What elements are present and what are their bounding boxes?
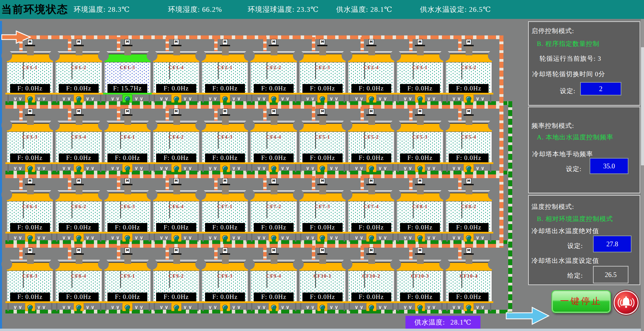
cooling-tower-CF1-1[interactable]: M CF1-1 F: 0.0Hz ∨∨ ∨∨ [7, 35, 53, 105]
cooling-tower-CF8-3[interactable]: M CF8-3 F: 0.0Hz ∨∨ ∨∨ [7, 244, 53, 313]
cooling-tower-CF10-3[interactable]: M CF10-3 F: 0.0Hz ∨∨ ∨∨ [397, 244, 443, 313]
left-border-strip [0, 21, 2, 329]
cooling-tower-CF1-3[interactable]: M CF1-3 F: 15.7Hz ∨∨ ∨∨ [104, 35, 151, 105]
cooling-tower-CF3-2[interactable]: M CF3-2 F: 0.0Hz ∨∨ ∨∨ [446, 35, 492, 105]
return-stub-pipe [126, 101, 129, 105]
cooling-tower-CF9-4[interactable]: M CF9-4 F: 0.0Hz ∨∨ ∨∨ [250, 244, 297, 313]
cooling-tower-CF7-1[interactable]: M CF7-1 F: 0.0Hz ∨∨ ∨∨ [202, 174, 248, 244]
supply-stub-pipe [19, 176, 23, 192]
set-label: 设定: [560, 87, 575, 95]
cooling-tower-CF2-2[interactable]: M CF2-2 F: 0.0Hz ∨∨ ∨∨ [250, 35, 297, 105]
tower-label: CF8-3 [8, 273, 52, 279]
supply-stub-pipe [68, 107, 71, 122]
cooling-tower-CF4-3[interactable]: M CF4-3 F: 0.0Hz ∨∨ ∨∨ [202, 105, 248, 174]
tower-body: CF10-2 F: 0.0Hz [348, 271, 394, 301]
cooling-tower-CF7-3[interactable]: M CF7-3 F: 0.0Hz ∨∨ ∨∨ [299, 174, 346, 244]
tower-body: CF5-2 F: 0.0Hz [348, 132, 394, 162]
spray-icon: ∨∨ [208, 165, 218, 171]
cooling-tower-CF1-2[interactable]: M CF1-2 F: 0.0Hz ∨∨ ∨∨ [55, 35, 102, 105]
reading-label: 环境温度: [74, 5, 106, 13]
fan-motor-icon: M [222, 109, 228, 125]
tower-frequency-display: F: 0.0Hz [351, 84, 391, 93]
cooling-tower-CF8-1[interactable]: M CF8-1 F: 0.0Hz ∨∨ ∨∨ [397, 174, 443, 244]
tower-body: CF5-4 F: 0.0Hz [446, 132, 492, 162]
cooling-tower-CF2-4[interactable]: M CF2-4 F: 0.0Hz ∨∨ ∨∨ [348, 35, 394, 105]
cooling-tower-CF3-3[interactable]: M CF3-3 F: 0.0Hz ∨∨ ∨∨ [7, 105, 53, 174]
one-key-stop-button[interactable]: 一键停止 [551, 290, 611, 313]
spray-icon: ∨∨ [37, 235, 47, 241]
motor-head: M [125, 39, 130, 45]
frequency-control-panel: 频率控制模式: A. 本地出水温度控制频率 冷却塔本地手动频率 设定: 35.0 [528, 107, 640, 193]
return-stub-pipe [272, 101, 276, 105]
cooling-tower-CF9-3[interactable]: M CF9-3 F: 0.0Hz ∨∨ ∨∨ [202, 244, 248, 313]
motor-head: M [466, 178, 471, 184]
motor-hub [124, 116, 131, 125]
cooling-tower-CF3-1[interactable]: M CF3-1 F: 0.0Hz ∨∨ ∨∨ [397, 35, 443, 105]
motor-head: M [271, 248, 276, 253]
spray-icon: ∨∨ [329, 165, 339, 171]
deck-arch [488, 189, 499, 200]
spray-icon: ∨∨ [257, 95, 267, 102]
spray-icon: ∨∨ [62, 165, 72, 171]
cooling-tower-CF2-1[interactable]: M CF2-1 F: 0.0Hz ∨∨ ∨∨ [202, 35, 248, 105]
spray-icon: ∨∨ [403, 165, 413, 171]
tower-body: CF2-4 F: 0.0Hz [348, 62, 394, 93]
cooling-tower-CF8-4[interactable]: M CF8-4 F: 0.0Hz ∨∨ ∨∨ [55, 244, 102, 313]
cooling-tower-CF6-1[interactable]: M CF6-1 F: 0.0Hz ∨∨ ∨∨ [7, 174, 53, 244]
cooling-tower-CF6-2[interactable]: M CF6-2 F: 0.0Hz ∨∨ ∨∨ [55, 174, 102, 244]
fan-motor-icon: M [173, 248, 179, 264]
motor-head: M [369, 248, 374, 253]
reading-value: 28.1℃ [370, 5, 392, 13]
supply-stub-pipe [19, 246, 23, 261]
tower-count-setpoint-input[interactable]: 2 [580, 82, 621, 95]
cooling-tower-CF6-4[interactable]: M CF6-4 F: 0.0Hz ∨∨ ∨∨ [153, 174, 199, 244]
cooling-tower-CF5-4[interactable]: M CF5-4 F: 0.0Hz ∨∨ ∨∨ [446, 105, 492, 174]
supply-stub-pipe [263, 246, 267, 261]
spray-icon: ∨∨ [427, 235, 437, 241]
fan-motor-icon: M [173, 39, 179, 55]
tower-frequency-display: F: 0.0Hz [400, 223, 440, 232]
tower-frequency-display: F: 0.0Hz [156, 293, 196, 301]
tower-body: CF1-4 F: 0.0Hz [153, 62, 199, 93]
fan-motor-icon: M [27, 109, 33, 125]
cooling-tower-CF10-4[interactable]: M CF10-4 F: 0.0Hz ∨∨ ∨∨ [446, 244, 492, 313]
cooling-tower-CF5-3[interactable]: M CF5-3 F: 0.0Hz ∨∨ ∨∨ [397, 105, 443, 174]
fan-motor-icon: M [222, 39, 228, 55]
motor-head: M [174, 178, 179, 184]
scrollbar-track[interactable] [641, 19, 644, 331]
fan-motor-icon: M [76, 178, 82, 194]
cooling-tower-CF9-1[interactable]: M CF9-1 F: 0.0Hz ∨∨ ∨∨ [104, 244, 151, 313]
supply-stub-pipe [117, 176, 120, 192]
cooling-tower-CF5-2[interactable]: M CF5-2 F: 0.0Hz ∨∨ ∨∨ [348, 105, 394, 174]
scrollbar-thumb[interactable] [641, 47, 644, 165]
cooling-tower-CF10-1[interactable]: M CF10-1 F: 0.0Hz ∨∨ ∨∨ [299, 244, 346, 313]
cooling-tower-CF1-4[interactable]: M CF1-4 F: 0.0Hz ∨∨ ∨∨ [153, 35, 199, 105]
supply-stub-pipe [361, 37, 364, 53]
cooling-tower-CF8-2[interactable]: M CF8-2 F: 0.0Hz ∨∨ ∨∨ [446, 174, 492, 244]
cooling-tower-CF10-2[interactable]: M CF10-2 F: 0.0Hz ∨∨ ∨∨ [348, 244, 394, 313]
alarm-bell-icon[interactable] [614, 291, 639, 315]
cooling-tower-CF7-2[interactable]: M CF7-2 F: 0.0Hz ∨∨ ∨∨ [250, 174, 297, 244]
tower-frequency-display: F: 0.0Hz [400, 154, 440, 162]
spray-icon: ∨∨ [183, 95, 193, 102]
cooling-tower-CF5-1[interactable]: M CF5-1 F: 0.0Hz ∨∨ ∨∨ [299, 105, 346, 174]
cooling-tower-CF2-3[interactable]: M CF2-3 F: 0.0Hz ∨∨ ∨∨ [299, 35, 346, 105]
cooling-tower-CF3-4[interactable]: M CF3-4 F: 0.0Hz ∨∨ ∨∨ [55, 105, 102, 174]
cooling-tower-CF4-1[interactable]: M CF4-1 F: 0.0Hz ∨∨ ∨∨ [104, 105, 151, 174]
motor-head: M [417, 248, 423, 253]
cooling-tower-CF6-3[interactable]: M CF6-3 F: 0.0Hz ∨∨ ∨∨ [104, 174, 151, 244]
return-stub-pipe [321, 309, 324, 313]
manual-frequency-setpoint-input[interactable]: 35.0 [590, 158, 628, 174]
page-title: 当前环境状态 [1, 2, 68, 17]
cooling-tower-CF7-4[interactable]: M CF7-4 F: 0.0Hz ∨∨ ∨∨ [348, 174, 394, 244]
outlet-temp-setpoint-input[interactable]: 27.8 [593, 236, 631, 252]
cooling-tower-CF4-2[interactable]: M CF4-2 F: 0.0Hz ∨∨ ∨∨ [153, 105, 199, 174]
motor-hub [417, 116, 424, 125]
fan-motor-icon: M [417, 39, 423, 55]
motor-hub [76, 185, 82, 194]
tower-label: CF3-1 [398, 65, 442, 71]
return-stub-pipe [369, 240, 373, 244]
cooling-tower-CF9-2[interactable]: M CF9-2 F: 0.0Hz ∨∨ ∨∨ [153, 244, 199, 313]
cooling-tower-CF4-4[interactable]: M CF4-4 F: 0.0Hz ∨∨ ∨∨ [250, 105, 297, 174]
spray-icon: ∨∨ [280, 95, 291, 102]
